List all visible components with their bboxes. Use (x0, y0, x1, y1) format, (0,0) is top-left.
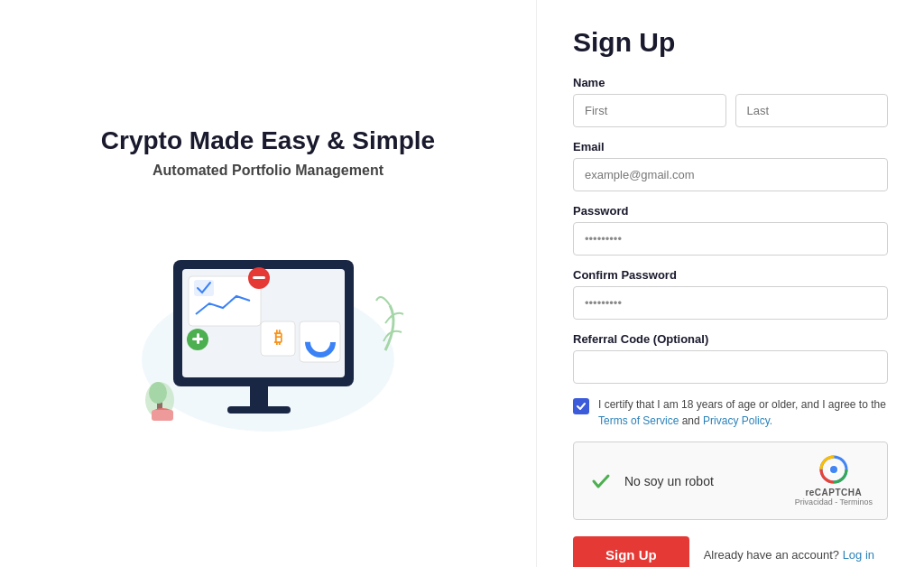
hero-subtitle: Automated Portfolio Management (152, 163, 383, 179)
recaptcha-box[interactable]: No soy un robot reCAPTCHA Privacidad - T… (573, 442, 888, 520)
login-prompt: Already have an account? Log in (704, 548, 874, 562)
recaptcha-links-text: Privacidad - Terminos (795, 497, 873, 507)
name-label: Name (573, 76, 888, 89)
confirm-password-group: Confirm Password (573, 268, 888, 320)
svg-rect-8 (253, 276, 265, 279)
signup-row: Sign Up Already have an account? Log in (573, 536, 888, 567)
confirm-password-input[interactable] (573, 286, 888, 320)
hero-illustration: ₿ (124, 206, 412, 441)
left-panel: Crypto Made Easy & Simple Automated Port… (0, 0, 536, 567)
terms-link[interactable]: Terms of Service (598, 414, 679, 427)
name-row (573, 94, 888, 127)
svg-rect-3 (250, 386, 268, 409)
privacy-link[interactable]: Privacy Policy. (703, 414, 772, 427)
recaptcha-right: reCAPTCHA Privacidad - Terminos (795, 455, 873, 507)
email-group: Email (573, 140, 888, 191)
recaptcha-checkmark-icon (588, 469, 614, 494)
email-input[interactable] (573, 158, 888, 191)
terms-checkbox[interactable] (573, 398, 589, 414)
recaptcha-brand-text: reCAPTCHA (805, 488, 862, 497)
password-input[interactable] (573, 222, 888, 256)
svg-text:₿: ₿ (274, 329, 282, 347)
referral-label: Referral Code (Optional) (573, 332, 888, 346)
referral-group: Referral Code (Optional) (573, 332, 888, 384)
email-label: Email (573, 140, 888, 153)
confirm-password-label: Confirm Password (573, 268, 888, 282)
recaptcha-logo-icon (819, 455, 848, 488)
last-name-input[interactable] (735, 94, 889, 127)
signup-button[interactable]: Sign Up (573, 536, 689, 567)
password-label: Password (573, 204, 888, 218)
recaptcha-label: No soy un robot (624, 474, 714, 488)
referral-input[interactable] (573, 350, 888, 384)
svg-rect-22 (152, 410, 173, 421)
password-group: Password (573, 204, 888, 256)
signup-title: Sign Up (573, 27, 888, 58)
first-name-input[interactable] (573, 94, 726, 127)
terms-checkbox-group[interactable]: I certify that I am 18 years of age or o… (573, 396, 888, 429)
name-group: Name (573, 76, 888, 127)
svg-point-20 (149, 382, 167, 404)
terms-text: I certify that I am 18 years of age or o… (598, 396, 888, 429)
svg-point-28 (830, 466, 837, 473)
hero-title: Crypto Made Easy & Simple (101, 126, 435, 155)
svg-rect-4 (227, 406, 291, 414)
login-link[interactable]: Log in (843, 548, 874, 562)
svg-rect-11 (197, 333, 199, 344)
svg-point-17 (314, 336, 327, 349)
right-panel: Sign Up Name Email Password Confirm Pass… (536, 0, 924, 567)
recaptcha-left: No soy un robot (588, 469, 714, 494)
